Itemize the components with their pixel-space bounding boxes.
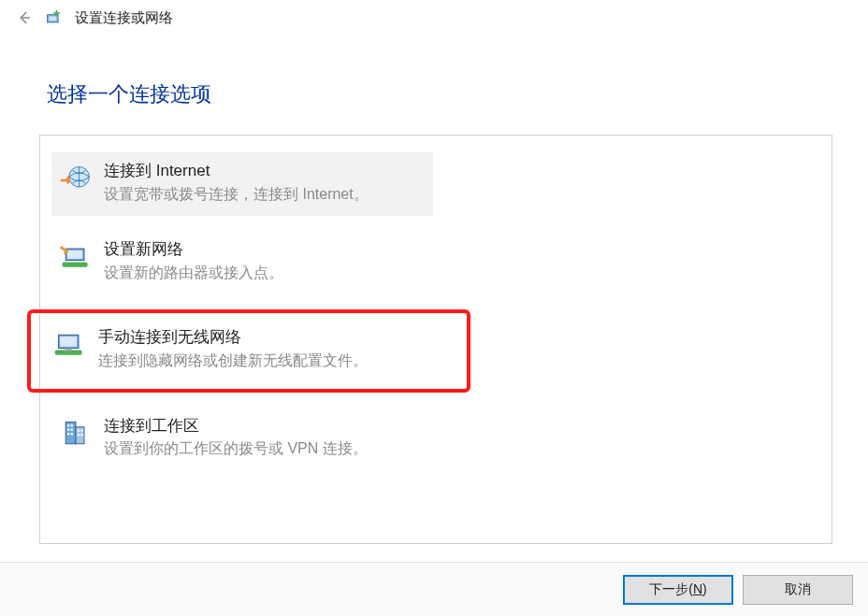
svg-rect-14	[67, 424, 69, 426]
option-setup-new-network[interactable]: 设置新网络 设置新的路由器或接入点。	[51, 231, 820, 294]
option-desc: 设置到你的工作区的拨号或 VPN 连接。	[104, 438, 368, 459]
option-title: 手动连接到无线网络	[98, 326, 368, 349]
option-manual-wireless[interactable]: 手动连接到无线网络 连接到隐藏网络或创建新无线配置文件。	[27, 309, 470, 392]
svg-rect-15	[71, 424, 73, 426]
option-title: 设置新网络	[104, 238, 283, 261]
connection-options-panel: 连接到 Internet 设置宽带或拨号连接，连接到 Internet。 设置新…	[39, 135, 832, 544]
option-desc: 连接到隐藏网络或创建新无线配置文件。	[98, 351, 368, 371]
option-connect-internet[interactable]: 连接到 Internet 设置宽带或拨号连接，连接到 Internet。	[51, 152, 433, 216]
svg-rect-20	[78, 429, 80, 431]
page-heading: 选择一个连接选项	[47, 80, 868, 108]
svg-rect-19	[71, 433, 73, 435]
back-icon[interactable]	[15, 8, 34, 27]
option-desc: 设置新的路由器或接入点。	[104, 263, 283, 283]
svg-rect-7	[63, 263, 88, 267]
svg-rect-1	[49, 16, 56, 21]
globe-internet-icon	[59, 162, 93, 195]
svg-rect-6	[67, 251, 82, 259]
network-setup-icon	[45, 8, 64, 27]
wizard-footer: 下一步(N) 取消	[0, 562, 868, 616]
svg-rect-16	[67, 428, 69, 430]
svg-rect-23	[80, 434, 82, 436]
workplace-building-icon	[59, 417, 93, 451]
cancel-button[interactable]: 取消	[743, 575, 853, 605]
svg-rect-21	[80, 429, 82, 431]
option-title: 连接到 Internet	[104, 160, 369, 182]
svg-rect-11	[65, 349, 72, 351]
svg-rect-9	[60, 337, 77, 347]
wireless-manual-icon	[53, 328, 87, 362]
title-bar: 设置连接或网络	[0, 0, 868, 36]
option-desc: 设置宽带或拨号连接，连接到 Internet。	[104, 184, 369, 205]
svg-rect-22	[78, 434, 80, 436]
svg-rect-12	[65, 422, 76, 443]
option-connect-workplace[interactable]: 连接到工作区 设置到你的工作区的拨号或 VPN 连接。	[51, 408, 820, 471]
window-title: 设置连接或网络	[75, 9, 173, 27]
svg-rect-18	[67, 433, 69, 435]
option-title: 连接到工作区	[104, 415, 368, 437]
router-setup-icon	[59, 240, 93, 274]
svg-rect-13	[76, 426, 84, 443]
svg-rect-17	[71, 428, 73, 430]
svg-rect-3	[53, 12, 60, 14]
next-button[interactable]: 下一步(N)	[623, 575, 733, 605]
